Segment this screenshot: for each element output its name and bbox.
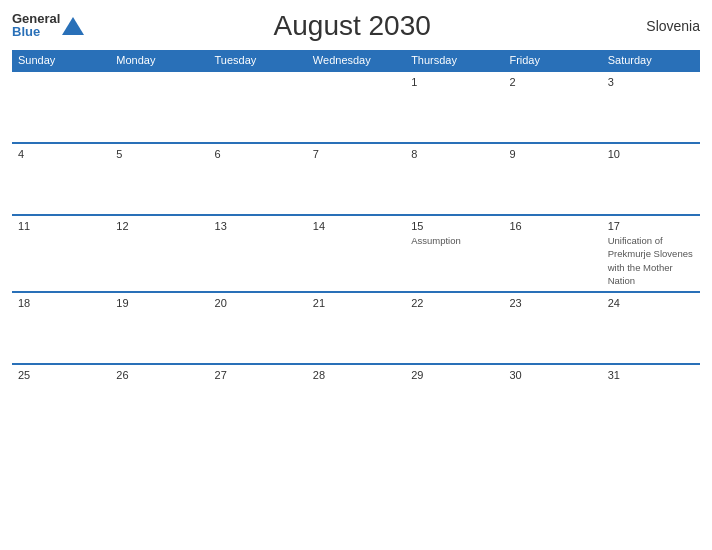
day-number: 4 [18,148,104,160]
calendar-cell: 1 [405,71,503,143]
day-number: 11 [18,220,104,232]
calendar-cell: 25 [12,364,110,436]
calendar-cell: 2 [503,71,601,143]
calendar-cell: 15Assumption [405,215,503,292]
day-number: 9 [509,148,595,160]
day-number: 17 [608,220,694,232]
calendar-cell: 10 [602,143,700,215]
day-number: 21 [313,297,399,309]
day-number: 31 [608,369,694,381]
day-number: 27 [215,369,301,381]
day-number: 15 [411,220,497,232]
day-of-week-header: Sunday [12,50,110,71]
calendar-cell: 12 [110,215,208,292]
calendar-header-row: SundayMondayTuesdayWednesdayThursdayFrid… [12,50,700,71]
calendar-cell: 30 [503,364,601,436]
calendar-cell: 17Unification of Prekmurje Slovenes with… [602,215,700,292]
day-number: 28 [313,369,399,381]
calendar-cell: 21 [307,292,405,364]
day-number: 19 [116,297,202,309]
day-number: 12 [116,220,202,232]
day-number: 26 [116,369,202,381]
calendar-cell [110,71,208,143]
day-number: 22 [411,297,497,309]
calendar-cell: 20 [209,292,307,364]
calendar-cell: 7 [307,143,405,215]
day-number: 8 [411,148,497,160]
calendar-week-row: 25262728293031 [12,364,700,436]
day-number: 30 [509,369,595,381]
calendar-cell: 18 [12,292,110,364]
day-number: 16 [509,220,595,232]
day-number: 24 [608,297,694,309]
day-number: 7 [313,148,399,160]
calendar-cell: 27 [209,364,307,436]
calendar-cell: 22 [405,292,503,364]
calendar-cell: 4 [12,143,110,215]
calendar-cell [12,71,110,143]
day-of-week-header: Monday [110,50,208,71]
calendar-table: SundayMondayTuesdayWednesdayThursdayFrid… [12,50,700,436]
day-number: 25 [18,369,104,381]
header: General Blue August 2030 Slovenia [12,10,700,42]
calendar-cell: 8 [405,143,503,215]
day-number: 23 [509,297,595,309]
calendar-cell: 13 [209,215,307,292]
calendar-event: Assumption [411,235,461,246]
calendar-cell: 11 [12,215,110,292]
svg-marker-0 [62,17,84,35]
calendar-week-row: 1112131415Assumption1617Unification of P… [12,215,700,292]
calendar-cell: 29 [405,364,503,436]
page: General Blue August 2030 Slovenia Sunday… [0,0,712,550]
calendar-cell: 14 [307,215,405,292]
calendar-cell: 28 [307,364,405,436]
day-number: 5 [116,148,202,160]
day-number: 3 [608,76,694,88]
calendar-cell: 26 [110,364,208,436]
day-number: 29 [411,369,497,381]
day-number: 1 [411,76,497,88]
calendar-cell [209,71,307,143]
calendar-cell: 19 [110,292,208,364]
day-of-week-header: Thursday [405,50,503,71]
day-number: 6 [215,148,301,160]
calendar-cell: 16 [503,215,601,292]
day-number: 18 [18,297,104,309]
logo-blue-text: Blue [12,25,40,39]
calendar-week-row: 123 [12,71,700,143]
logo: General Blue [12,12,84,39]
calendar-cell: 3 [602,71,700,143]
calendar-week-row: 45678910 [12,143,700,215]
calendar-cell [307,71,405,143]
calendar-week-row: 18192021222324 [12,292,700,364]
calendar-cell: 31 [602,364,700,436]
calendar-title: August 2030 [84,10,620,42]
day-number: 20 [215,297,301,309]
day-of-week-header: Friday [503,50,601,71]
calendar-cell: 23 [503,292,601,364]
calendar-cell: 5 [110,143,208,215]
logo-icon [62,17,84,35]
country-label: Slovenia [620,18,700,34]
day-number: 2 [509,76,595,88]
calendar-cell: 24 [602,292,700,364]
day-number: 14 [313,220,399,232]
calendar-cell: 9 [503,143,601,215]
day-of-week-header: Saturday [602,50,700,71]
day-number: 10 [608,148,694,160]
day-of-week-header: Wednesday [307,50,405,71]
calendar-cell: 6 [209,143,307,215]
day-of-week-header: Tuesday [209,50,307,71]
day-number: 13 [215,220,301,232]
calendar-event: Unification of Prekmurje Slovenes with t… [608,235,693,286]
